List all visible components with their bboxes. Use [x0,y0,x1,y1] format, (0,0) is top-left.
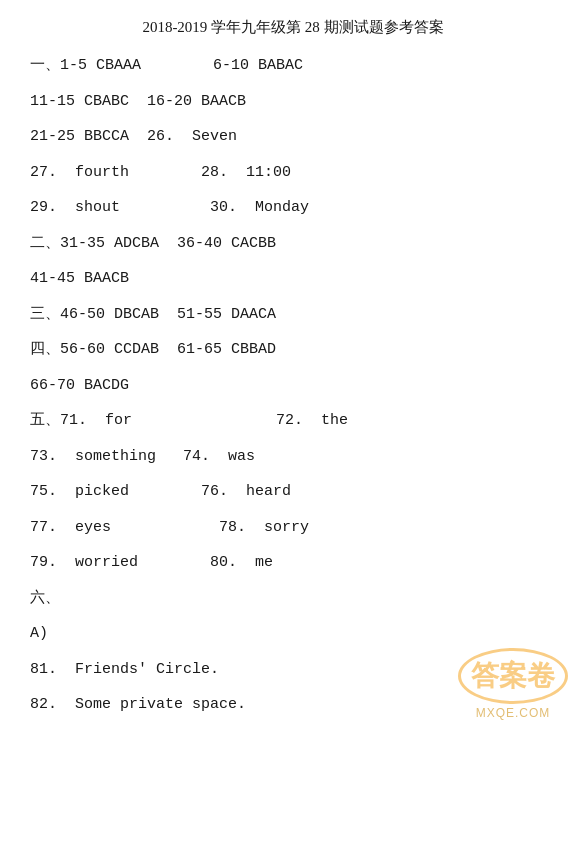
line-item: 六、 [30,586,556,612]
line-item: 73. something 74. was [30,444,556,470]
line-item: 79. worried 80. me [30,550,556,576]
line-item: 27. fourth 28. 11:00 [30,160,556,186]
line-item: 77. eyes 78. sorry [30,515,556,541]
line-item: 五、71. for 72. the [30,408,556,434]
line-item: 21-25 BBCCA 26. Seven [30,124,556,150]
watermark: 答案卷 MXQE.COM [458,648,568,720]
line-item: 二、31-35 ADCBA 36-40 CACBB [30,231,556,257]
page-title: 2018-2019 学年九年级第 28 期测试题参考答案 [30,18,556,37]
line-item: A) [30,621,556,647]
line-item: 一、1-5 CBAAA 6-10 BABAC [30,53,556,79]
watermark-symbol: 答案卷 [458,648,568,704]
line-item: 四、56-60 CCDAB 61-65 CBBAD [30,337,556,363]
answer-lines: 一、1-5 CBAAA 6-10 BABAC 11-15 CBABC 16-20… [30,53,556,718]
line-item: 11-15 CBABC 16-20 BAACB [30,89,556,115]
line-item: 66-70 BACDG [30,373,556,399]
line-item: 41-45 BAACB [30,266,556,292]
line-item: 三、46-50 DBCAB 51-55 DAACA [30,302,556,328]
line-item: 29. shout 30. Monday [30,195,556,221]
line-item: 75. picked 76. heard [30,479,556,505]
page-container: 2018-2019 学年九年级第 28 期测试题参考答案 一、1-5 CBAAA… [0,0,586,748]
watermark-url: MXQE.COM [458,706,568,720]
